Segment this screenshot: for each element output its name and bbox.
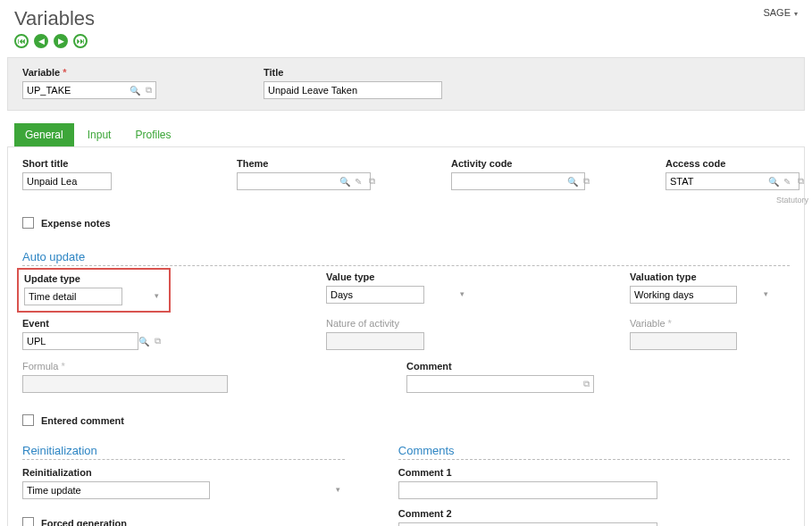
tab-profiles[interactable]: Profiles <box>125 123 182 146</box>
entered-comment-checkbox[interactable] <box>22 414 34 426</box>
short-title-input[interactable] <box>22 172 112 190</box>
search-icon[interactable]: 🔍 <box>767 175 780 188</box>
access-code-note: Statutory <box>666 196 808 205</box>
expense-notes-checkbox[interactable] <box>22 217 34 229</box>
search-icon[interactable]: 🔍 <box>138 335 150 347</box>
update-type-select[interactable] <box>24 288 122 305</box>
tab-general[interactable]: General <box>14 123 74 146</box>
nav-prev-icon[interactable]: ◀ <box>34 34 48 48</box>
update-type-label: Update type <box>24 273 163 284</box>
update-type-highlight: Update type <box>17 268 171 313</box>
comment-input[interactable] <box>406 375 594 393</box>
link-icon[interactable]: ⧉ <box>580 378 592 390</box>
formula-label: Formula <box>22 361 228 372</box>
comment1-label: Comment 1 <box>398 467 790 478</box>
forced-generation-label: Forced generation <box>41 518 127 527</box>
auto-update-section-title: Auto update <box>22 250 790 266</box>
title-input[interactable] <box>264 81 442 99</box>
page-title: Variables <box>14 7 95 30</box>
nav-next-icon[interactable]: ▶ <box>54 34 68 48</box>
link-icon[interactable]: ⧉ <box>580 175 592 188</box>
variable2-input <box>630 332 737 350</box>
short-title-label: Short title <box>22 158 165 169</box>
reinit-section-title: Reinitialization <box>22 444 345 460</box>
general-panel: Short title Theme 🔍 ✎ ⧉ Activity code 🔍 … <box>7 146 805 526</box>
variable2-label: Variable <box>630 318 773 329</box>
comment2-label: Comment 2 <box>398 508 790 519</box>
edit-icon[interactable]: ✎ <box>781 175 793 188</box>
valuation-type-label: Valuation type <box>630 271 773 282</box>
reinit-select[interactable] <box>22 481 210 499</box>
value-type-label: Value type <box>326 271 469 282</box>
formula-input <box>22 375 228 393</box>
search-icon[interactable]: 🔍 <box>339 175 351 188</box>
link-icon[interactable]: ⧉ <box>142 84 155 96</box>
title-label: Title <box>264 67 442 78</box>
reinit-label: Reinitialization <box>22 467 345 478</box>
theme-label: Theme <box>237 158 380 169</box>
activity-code-input[interactable] <box>451 172 585 190</box>
link-icon[interactable]: ⧉ <box>794 175 807 188</box>
sage-menu[interactable]: SAGE <box>763 7 798 18</box>
comment-label: Comment <box>406 361 594 372</box>
link-icon[interactable]: ⧉ <box>365 175 378 188</box>
forced-generation-checkbox[interactable] <box>22 517 34 526</box>
chevron-down-icon <box>794 7 798 18</box>
variable-label: Variable <box>22 67 156 78</box>
tab-input[interactable]: Input <box>77 123 122 146</box>
activity-code-label: Activity code <box>451 158 594 169</box>
search-icon[interactable]: 🔍 <box>129 84 141 96</box>
value-type-select[interactable] <box>326 286 424 304</box>
sage-menu-label: SAGE <box>763 7 791 18</box>
comments-section-title: Comments <box>398 444 790 460</box>
link-icon[interactable]: ⧉ <box>151 335 163 347</box>
access-code-label: Access code <box>666 158 808 169</box>
header-fields-bar: Variable 🔍 ⧉ Title <box>7 57 805 111</box>
event-input[interactable] <box>22 332 138 350</box>
event-label: Event <box>22 318 165 329</box>
nature-label: Nature of activity <box>326 318 469 329</box>
edit-icon[interactable]: ✎ <box>352 175 364 188</box>
comment2-input[interactable] <box>398 522 657 526</box>
nav-first-icon[interactable]: ⏮ <box>14 34 29 48</box>
comment1-input[interactable] <box>398 481 657 499</box>
search-icon[interactable]: 🔍 <box>566 175 579 188</box>
nav-last-icon[interactable]: ⏭ <box>73 34 88 48</box>
expense-notes-label: Expense notes <box>41 218 111 229</box>
valuation-type-select[interactable] <box>630 286 737 304</box>
nature-input <box>326 332 424 350</box>
entered-comment-label: Entered comment <box>41 415 124 426</box>
